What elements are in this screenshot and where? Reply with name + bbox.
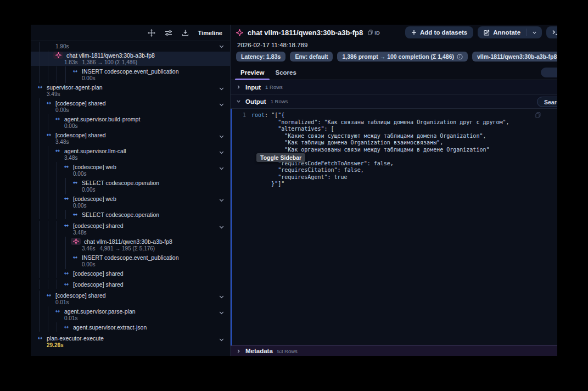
output-section-label: Output xyxy=(245,98,266,105)
span-title: chat vllm-1811/qwen3:30b-a3b-fp8 xyxy=(248,29,363,37)
toggle-sidebar-tooltip: Toggle Sidebar xyxy=(256,153,305,162)
tree-node[interactable]: ↔[codescope] shared0.00s xyxy=(31,99,230,114)
collapse-chevron[interactable] xyxy=(219,148,225,158)
span-arrow-icon: ↔ xyxy=(44,292,53,298)
tree-node[interactable]: ↔agent.supervisor.build-prompt0.00s xyxy=(31,115,230,130)
search-button[interactable]: Search xyxy=(537,97,557,107)
tree-node[interactable]: ↔agent.supervisor.parse-plan0.01s xyxy=(31,308,230,322)
span-label: agent.supervisor.llm-call xyxy=(64,148,126,154)
trace-tree-panel: Timeline 1.90schat vllm-1811/qwen3:30b-a… xyxy=(31,25,231,356)
detail-tabs: PreviewScores xyxy=(231,65,557,80)
tree-node[interactable]: chat vllm-1811/qwen3:30b-a3b-fp83.46s4,9… xyxy=(31,238,230,252)
span-label: plan-executor-execute xyxy=(47,335,104,342)
info-icon[interactable] xyxy=(457,54,463,60)
tree-node[interactable]: ↔agent.supervisor.extract-json xyxy=(31,323,230,331)
span-arrow-icon: ↔ xyxy=(62,164,71,170)
chevron-down-icon xyxy=(219,86,225,92)
metadata-section-header[interactable]: Metadata 53 Rows xyxy=(231,345,557,356)
input-section-label: Input xyxy=(245,84,261,91)
sparkle-icon xyxy=(236,29,243,36)
tree-node[interactable]: ↔SELECT codescope.operation xyxy=(31,211,230,218)
span-label: [codescope] shared xyxy=(73,222,124,229)
collapse-chevron[interactable] xyxy=(219,196,225,205)
input-rows-count: 1 Rows xyxy=(265,84,283,90)
span-arrow-icon: ↔ xyxy=(36,335,44,341)
span-duration: 29.26s xyxy=(47,342,64,348)
tree-node[interactable]: ↔[codescope] shared3.48s xyxy=(31,131,230,146)
span-duration: 0.00s xyxy=(82,187,95,193)
tree-node[interactable]: ↔SELECT codescope.operation0.00s xyxy=(31,179,230,193)
sliders-icon[interactable] xyxy=(165,29,172,37)
llm-span-icon xyxy=(71,238,81,245)
tree-node[interactable]: ↔[codescope] shared0.01s xyxy=(31,292,230,306)
collapse-chevron[interactable] xyxy=(219,222,225,232)
output-json-viewer[interactable]: 1 root: "["{ "normalized": "Как связаны … xyxy=(231,109,557,345)
tree-node[interactable]: ↔[codescope] shared3.48s xyxy=(31,222,230,236)
span-label: chat vllm-1811/qwen3:30b-a3b-fp8 xyxy=(66,52,155,59)
span-label: INSERT codescope.event_publication xyxy=(82,68,178,75)
tree-node[interactable]: ↔plan-executor-execute29.26s xyxy=(31,334,230,349)
span-label: agent.supervisor.extract-json xyxy=(73,324,147,331)
output-rows-count: 1 Rows xyxy=(271,98,288,104)
tree-node[interactable]: ↔supervisor-agent-plan3.49s xyxy=(31,83,230,98)
cut-off-button[interactable] xyxy=(541,68,557,77)
collapse-chevron[interactable] xyxy=(219,308,225,318)
code-line: "requiresCitation": false, xyxy=(251,167,557,174)
tree-node[interactable]: ↔INSERT codescope.event_publication0.00s xyxy=(31,68,230,82)
move-icon[interactable] xyxy=(148,29,155,37)
copy-icon[interactable] xyxy=(535,112,541,120)
annotate-dropdown-button[interactable] xyxy=(527,30,542,35)
tree-node[interactable]: ↔agent.supervisor.llm-call3.48s xyxy=(31,147,230,161)
collapse-chevron[interactable] xyxy=(219,132,225,142)
span-label: [codescope] shared xyxy=(55,292,106,299)
output-section-header[interactable]: Output 1 Rows Search xyxy=(231,94,557,109)
metadata-badge: vllm-1811/qwen3:30b-a3b-fp8 xyxy=(472,52,557,62)
span-duration: 1.90s xyxy=(55,43,69,49)
span-label: [codescope] shared xyxy=(73,281,124,288)
collapse-chevron[interactable] xyxy=(219,100,225,110)
annotate-button-group: Annotate xyxy=(478,26,542,38)
span-duration: 0.01s xyxy=(64,315,77,321)
span-duration: 3.48s xyxy=(64,155,77,161)
id-badge-label: ID xyxy=(374,30,380,36)
collapse-chevron[interactable] xyxy=(219,335,225,345)
collapse-chevron[interactable] xyxy=(219,84,225,94)
tree-node[interactable]: ↔[codescope] shared xyxy=(31,281,230,288)
tree-node[interactable]: ↔INSERT codescope.event_publication0.00s xyxy=(31,254,230,268)
code-line: "Какие связи существуют между таблицами … xyxy=(251,133,557,140)
collapse-chevron[interactable] xyxy=(219,42,225,52)
copy-id-button[interactable]: ID xyxy=(368,30,380,36)
span-token-usage: 1,386 → 100 (Σ 1,486) xyxy=(82,59,137,65)
playground-button[interactable]: Playground xyxy=(546,26,557,38)
terminal-icon xyxy=(552,30,557,35)
badge-label: 1,386 prompt → 100 completion (Σ 1,486) xyxy=(342,53,454,60)
span-arrow-icon: ↔ xyxy=(53,116,62,122)
timeline-toggle[interactable]: Timeline xyxy=(198,30,222,36)
badge-row: Latency: 1.83sEnv: default1,386 prompt →… xyxy=(231,51,557,65)
tree-node[interactable]: chat vllm-1811/qwen3:30b-a3b-fp81.83s1,3… xyxy=(31,52,230,66)
input-section-header[interactable]: Input 1 Rows xyxy=(231,80,557,94)
tree-node[interactable]: ↔[codescope] shared xyxy=(31,270,230,277)
code-line: "normalized": "Как связаны таблицы домен… xyxy=(251,119,557,126)
annotate-button[interactable]: Annotate xyxy=(478,26,527,38)
metadata-section-label: Metadata xyxy=(245,348,273,354)
span-label: chat vllm-1811/qwen3:30b-a3b-fp8 xyxy=(84,238,172,245)
tree-node[interactable]: ↔[codescope] web0.00s xyxy=(31,195,230,209)
span-arrow-icon: ↔ xyxy=(62,324,71,330)
span-arrow-icon: ↔ xyxy=(44,132,53,138)
download-icon[interactable] xyxy=(182,29,189,36)
add-to-datasets-button[interactable]: Add to datasets xyxy=(405,26,473,38)
tab-preview[interactable]: Preview xyxy=(235,65,270,80)
collapse-chevron[interactable] xyxy=(219,164,225,174)
tree-node[interactable]: 1.90s xyxy=(31,43,230,50)
tree-node[interactable]: ↔[codescope] web0.00s xyxy=(31,163,230,177)
collapse-chevron[interactable] xyxy=(219,292,225,302)
tab-scores[interactable]: Scores xyxy=(270,65,301,80)
code-line: root: "["{ xyxy=(251,112,557,119)
span-duration: 3.48s xyxy=(73,230,86,236)
badge-label: Latency: 1.83s xyxy=(241,53,281,60)
metadata-badge: Latency: 1.83s xyxy=(236,52,285,62)
chevron-down-icon xyxy=(219,197,225,203)
span-duration: 0.00s xyxy=(73,203,86,209)
span-arrow-icon: ↔ xyxy=(53,308,62,314)
